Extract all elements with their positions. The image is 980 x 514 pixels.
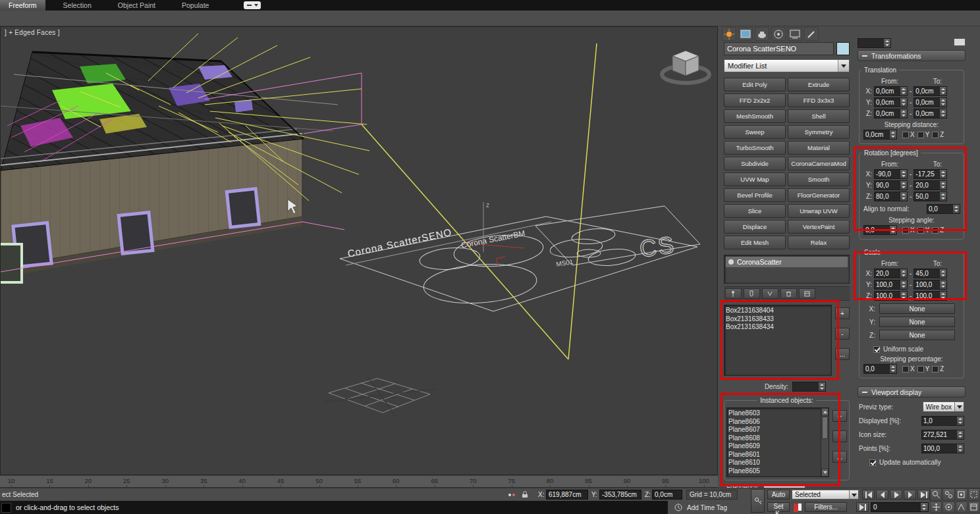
axis-checkbox[interactable]	[902, 227, 909, 234]
instanced-object-item[interactable]: Plane8609	[728, 442, 819, 451]
list-scrollbar[interactable]	[821, 408, 829, 476]
modifier-button[interactable]: MeshSmooth	[724, 109, 786, 123]
scale-map-button[interactable]: None	[879, 303, 955, 314]
add-instanced-button[interactable]: +	[832, 410, 847, 422]
modifier-button[interactable]: VertexPaint	[788, 220, 850, 234]
stepping-distance-input[interactable]: 0,0cm	[863, 130, 897, 140]
viewport-label[interactable]: ] + Edged Faces ]	[5, 29, 60, 36]
target-icon[interactable]	[771, 27, 786, 41]
modifier-button[interactable]: Unwrap UVW	[788, 204, 850, 218]
rollout-transformations[interactable]: Transformations	[858, 50, 966, 61]
remove-object-button[interactable]: -	[835, 328, 850, 340]
modifier-button[interactable]: Material	[788, 141, 850, 155]
modifier-button[interactable]: Shell	[788, 109, 850, 123]
modifier-button[interactable]: UVW Map	[724, 172, 786, 186]
modifier-button[interactable]: Displace	[724, 220, 786, 234]
instanced-object-item[interactable]: Plane8601	[728, 451, 819, 459]
axis-checkbox[interactable]	[902, 366, 909, 373]
timeline-ruler[interactable]: 101520253035404550556065707580859095100	[0, 475, 718, 488]
stepping-percentage-input[interactable]: 0,0	[863, 364, 897, 374]
to-spinner[interactable]: 100,0	[913, 291, 947, 301]
axis-checkbox[interactable]	[902, 132, 909, 138]
zoom-all-icon[interactable]	[942, 488, 954, 501]
frame-number-input[interactable]: 0	[871, 502, 929, 512]
modifier-button[interactable]: FloorGenerator	[788, 188, 850, 202]
modifier-stack[interactable]: CoronaScatter	[724, 255, 850, 284]
zoom-region-icon[interactable]	[968, 488, 980, 501]
key-selection-dropdown[interactable]: Selected	[792, 490, 859, 500]
modifier-list-dropdown[interactable]: Modifier List	[724, 59, 850, 72]
previous-frame-button[interactable]	[876, 490, 888, 500]
axis-checkbox[interactable]	[917, 366, 924, 373]
house-model[interactable]	[1, 52, 338, 282]
axis-checkbox[interactable]	[932, 227, 939, 234]
pan-icon[interactable]	[930, 501, 942, 514]
update-automatically-checkbox[interactable]	[869, 459, 876, 466]
field-of-view-icon[interactable]	[956, 501, 967, 514]
displayed-percent-input[interactable]: 1,0	[921, 416, 964, 426]
scrollbar-up-icon[interactable]	[821, 408, 829, 416]
modifier-button[interactable]: Sweep	[724, 125, 786, 139]
modifier-button[interactable]: Edit Poly	[724, 78, 786, 91]
coord-y-input[interactable]: -353,785cm	[599, 490, 641, 500]
maximize-viewport-icon[interactable]	[968, 501, 980, 514]
cropped-spinner[interactable]	[858, 38, 891, 48]
modifier-button[interactable]: Extrude	[788, 78, 850, 91]
from-spinner[interactable]: 100,0	[874, 280, 908, 290]
pencil-icon[interactable]	[804, 27, 819, 41]
key-filters-button[interactable]: Filters...	[805, 502, 847, 512]
stepping-angle-input[interactable]: 0,0	[863, 225, 897, 235]
modifier-button[interactable]: FFD 2x2x2	[724, 93, 786, 107]
ribbon-minimize-button[interactable]	[244, 1, 261, 9]
instanced-object-item[interactable]: Plane8607	[728, 426, 819, 434]
tab-selection[interactable]: Selection	[55, 0, 100, 11]
scale-map-button[interactable]: None	[879, 317, 955, 327]
to-spinner[interactable]: 100,0	[913, 280, 947, 290]
grid-helper[interactable]	[323, 374, 435, 417]
from-spinner[interactable]: 90,0	[874, 180, 908, 190]
stack-item-coronascatter[interactable]: CoronaScatter	[726, 257, 848, 267]
from-spinner[interactable]: -90,0	[874, 169, 908, 179]
icon-size-input[interactable]: 272,521	[921, 430, 964, 440]
to-spinner[interactable]: 0,0cm	[913, 109, 947, 118]
viewport-perspective[interactable]: ] + Edged Faces ]	[0, 26, 718, 475]
from-spinner[interactable]: 100,0	[874, 291, 908, 301]
axis-checkbox[interactable]	[917, 132, 924, 138]
modifier-button[interactable]: Symmetry	[788, 125, 850, 139]
instanced-object-item[interactable]: Plane8608	[728, 434, 819, 443]
modifier-button[interactable]: Edit Mesh	[724, 236, 786, 249]
coord-x-input[interactable]: 619,887cm	[546, 490, 588, 500]
modifier-button[interactable]: Subdivide	[724, 157, 786, 170]
boundary-spline[interactable]	[362, 43, 597, 359]
select-instanced-button[interactable]: ...	[832, 451, 847, 463]
add-object-button[interactable]: +	[835, 307, 850, 319]
modifier-button[interactable]: FFD 3x3x3	[788, 93, 850, 107]
go-to-end-button[interactable]	[917, 490, 930, 500]
remove-instanced-button[interactable]: -	[832, 430, 847, 442]
instanced-object-item[interactable]: Plane8603	[728, 409, 819, 418]
modifier-button[interactable]: Bevel Profile	[724, 188, 786, 202]
to-spinner[interactable]: 0,0cm	[913, 97, 947, 107]
go-to-start-button[interactable]	[862, 490, 875, 500]
from-spinner[interactable]: 80,0	[874, 192, 908, 201]
from-spinner[interactable]: 20,0	[874, 269, 908, 278]
key-filters-color-icon[interactable]	[793, 503, 802, 511]
axis-checkbox[interactable]	[917, 227, 924, 234]
from-spinner[interactable]: 0,0cm	[874, 97, 908, 107]
image-icon[interactable]	[738, 27, 753, 41]
coord-z-input[interactable]: 0,0cm	[652, 490, 682, 500]
cropped-dropdown[interactable]	[954, 38, 966, 46]
from-spinner[interactable]: 0,0cm	[874, 109, 908, 118]
scatter-object-item[interactable]: Box2131638404	[726, 307, 830, 315]
scatter-object-item[interactable]: Box2131638434	[726, 323, 830, 332]
modifier-button[interactable]: CoronaCameraMod	[788, 157, 850, 170]
next-frame-button[interactable]	[904, 490, 916, 500]
remove-modifier-icon[interactable]	[780, 288, 797, 299]
tab-object-paint[interactable]: Object Paint	[109, 0, 164, 11]
add-time-tag[interactable]: Add Time Tag	[687, 504, 727, 511]
instanced-objects-list[interactable]: Plane8603Plane8606Plane8607Plane8608Plan…	[727, 408, 821, 476]
show-end-result-icon[interactable]	[744, 288, 760, 299]
pin-stack-icon[interactable]	[725, 288, 742, 299]
from-spinner[interactable]: 0,0cm	[874, 86, 908, 96]
modifier-button[interactable]: Smooth	[788, 172, 850, 186]
